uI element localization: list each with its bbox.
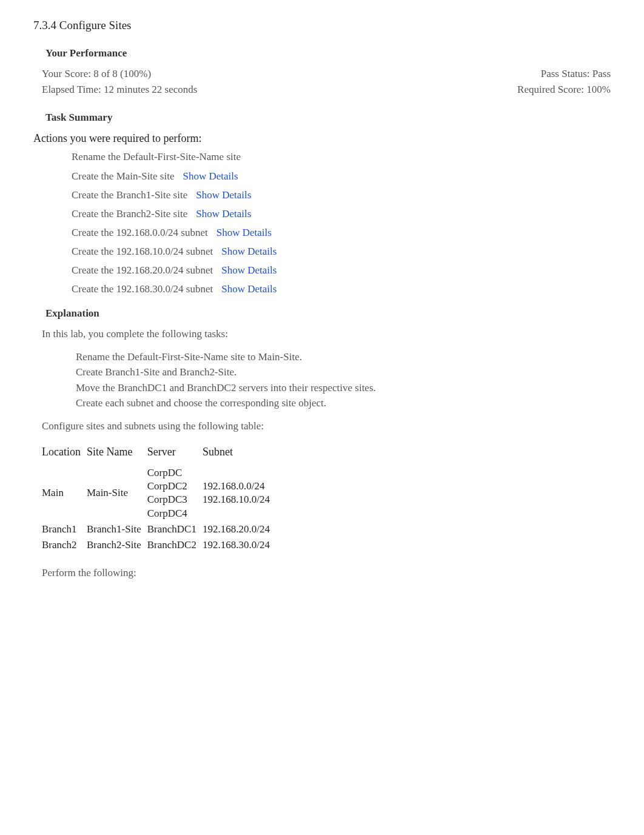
task-item: Create the Branch2-Site siteShow Details — [72, 207, 611, 221]
task-item: Create the 192.168.10.0/24 subnetShow De… — [72, 245, 611, 258]
task-text: Create the Branch2-Site site — [72, 208, 187, 220]
task-item: Create the 192.168.20.0/24 subnetShow De… — [72, 264, 611, 277]
table-header: Subnet — [203, 443, 276, 465]
table-cell-site: Branch2-Site — [87, 537, 147, 553]
table-cell-location: Main — [42, 465, 87, 521]
task-text: Rename the Default-First-Site-Name site — [72, 151, 241, 163]
performance-heading: Your Performance — [45, 47, 611, 60]
table-row: Branch2Branch2-SiteBranchDC2192.168.30.0… — [42, 537, 276, 553]
table-header: Location — [42, 443, 87, 465]
page-title: 7.3.4 Configure Sites — [33, 18, 611, 33]
task-list: Rename the Default-First-Site-Name siteC… — [33, 150, 611, 296]
explanation-bullet: Create each subnet and choose the corres… — [76, 397, 611, 410]
table-header: Site Name — [87, 443, 147, 465]
required-score: Required Score: 100% — [517, 83, 611, 96]
table-row: MainMain-SiteCorpDCCorpDC2CorpDC3CorpDC4… — [42, 465, 276, 521]
task-text: Create the 192.168.20.0/24 subnet — [72, 264, 213, 276]
show-details-link[interactable]: Show Details — [216, 227, 272, 238]
table-cell-location: Branch1 — [42, 521, 87, 537]
table-cell-site: Branch1-Site — [87, 521, 147, 537]
explanation-intro: In this lab, you complete the following … — [33, 327, 611, 341]
task-text: Create the Main-Site site — [72, 170, 174, 182]
table-cell-subnet: 192.168.30.0/24 — [203, 537, 276, 553]
show-details-link[interactable]: Show Details — [221, 264, 277, 276]
table-row: Branch1Branch1-SiteBranchDC1192.168.20.0… — [42, 521, 276, 537]
score-block: Your Score: 8 of 8 (100%) Elapsed Time: … — [33, 67, 611, 99]
show-details-link[interactable]: Show Details — [196, 208, 251, 220]
task-item: Create the Branch1-Site siteShow Details — [72, 189, 611, 202]
explanation-bullet: Rename the Default-First-Site-Name site … — [76, 350, 611, 364]
show-details-link[interactable]: Show Details — [221, 246, 277, 257]
explanation-bullets: Rename the Default-First-Site-Name site … — [33, 350, 611, 409]
show-details-link[interactable]: Show Details — [221, 283, 277, 295]
task-text: Create the 192.168.30.0/24 subnet — [72, 283, 213, 295]
table-cell-subnet: 192.168.20.0/24 — [203, 521, 276, 537]
perform-text: Perform the following: — [33, 566, 611, 580]
explanation-heading: Explanation — [45, 307, 611, 320]
task-summary-heading: Task Summary — [45, 111, 611, 124]
explanation-bullet: Move the BranchDC1 and BranchDC2 servers… — [76, 381, 611, 395]
elapsed-time: Elapsed Time: 12 minutes 22 seconds — [42, 83, 197, 96]
table-cell-server: BranchDC2 — [147, 537, 203, 553]
explanation-bullet: Create Branch1-Site and Branch2-Site. — [76, 366, 611, 379]
table-cell-site: Main-Site — [87, 465, 147, 521]
actions-intro: Actions you were required to perform: — [33, 132, 611, 146]
task-item: Create the 192.168.0.0/24 subnetShow Det… — [72, 226, 611, 240]
site-table: LocationSite NameServerSubnet MainMain-S… — [42, 443, 276, 553]
table-header: Server — [147, 443, 203, 465]
task-item: Create the Main-Site siteShow Details — [72, 170, 611, 183]
task-item: Create the 192.168.30.0/24 subnetShow De… — [72, 283, 611, 296]
task-item: Rename the Default-First-Site-Name site — [72, 150, 611, 164]
show-details-link[interactable]: Show Details — [196, 189, 251, 201]
table-cell-location: Branch2 — [42, 537, 87, 553]
pass-status: Pass Status: Pass — [517, 67, 611, 81]
show-details-link[interactable]: Show Details — [183, 170, 238, 182]
task-text: Create the 192.168.10.0/24 subnet — [72, 246, 213, 257]
your-score: Your Score: 8 of 8 (100%) — [42, 67, 197, 81]
task-text: Create the Branch1-Site site — [72, 189, 187, 201]
table-cell-server: CorpDCCorpDC2CorpDC3CorpDC4 — [147, 465, 203, 521]
table-cell-server: BranchDC1 — [147, 521, 203, 537]
table-intro: Configure sites and subnets using the fo… — [33, 420, 611, 433]
task-text: Create the 192.168.0.0/24 subnet — [72, 227, 208, 238]
table-cell-subnet: 192.168.0.0/24192.168.10.0/24 — [203, 465, 276, 521]
